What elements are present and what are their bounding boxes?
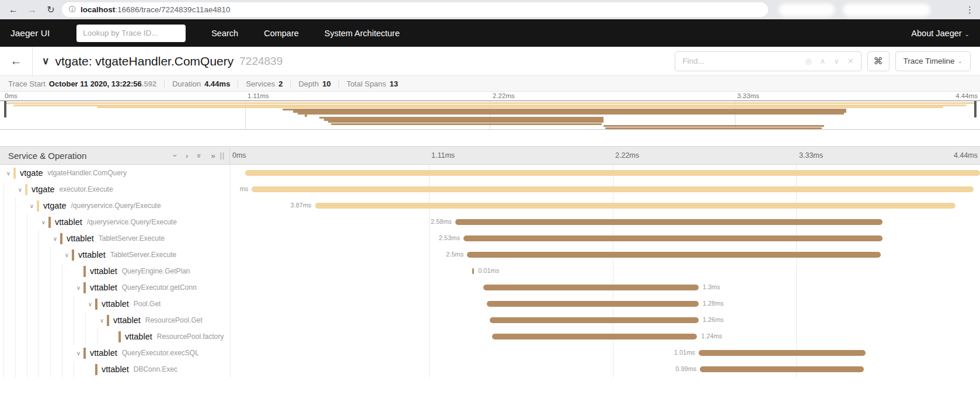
span-row[interactable]: ∨vtgatevtgateHandler.ComQuery <box>0 165 980 181</box>
span-row[interactable]: ∨vttabletTabletServer.Execute2.5ms <box>0 247 980 263</box>
indent-guide <box>27 230 39 247</box>
minimap-left-scrubber[interactable] <box>4 101 6 117</box>
indent-guide <box>4 361 15 377</box>
collapse-chevron-icon[interactable]: ∨ <box>4 170 13 176</box>
span-row[interactable]: ∨vttabletQueryExecutor.getConn1.3ms <box>0 279 980 296</box>
service-color-chip <box>83 266 86 277</box>
span-duration-bar[interactable] <box>252 186 973 192</box>
span-bar-cell[interactable]: 2.53ms <box>230 230 980 247</box>
expand-one-icon[interactable]: › <box>186 151 188 160</box>
span-duration-bar[interactable] <box>699 350 866 356</box>
find-input[interactable] <box>675 57 798 65</box>
collapse-chevron-icon[interactable]: ∨ <box>39 219 48 226</box>
collapse-header-icon[interactable]: ∨ <box>42 55 49 67</box>
browser-menu-icon[interactable]: ⋮ <box>965 5 974 15</box>
span-tree-cell[interactable]: ∨vtgatevtgateHandler.ComQuery <box>0 165 230 181</box>
span-row[interactable]: ∨vttabletQueryExecutor.execSQL1.01ms <box>0 345 980 361</box>
span-bar-cell[interactable]: 0.01ms <box>230 263 980 279</box>
nav-item-search[interactable]: Search <box>211 29 238 38</box>
span-duration-bar[interactable] <box>700 366 864 372</box>
span-row[interactable]: vttabletDBConn.Exec0.99ms <box>0 361 980 377</box>
find-next-icon[interactable]: ∨ <box>833 57 839 65</box>
operation-name: /queryservice.Query/Execute <box>71 202 161 210</box>
collapse-chevron-icon[interactable]: ∨ <box>74 350 83 356</box>
browser-forward-icon[interactable]: → <box>25 2 40 18</box>
collapse-chevron-icon[interactable]: ∨ <box>74 285 83 291</box>
span-row[interactable]: vttabletResourcePool.factory1.24ms <box>0 328 980 345</box>
collapse-chevron-icon[interactable]: ∨ <box>62 252 72 258</box>
indent-guide <box>50 279 62 296</box>
browser-back-icon[interactable]: ← <box>6 2 21 18</box>
span-duration-bar[interactable] <box>315 203 956 209</box>
span-tree-cell[interactable]: ∨vttabletTabletServer.Execute <box>0 230 230 247</box>
collapse-all-icon[interactable]: » <box>195 153 204 157</box>
collapse-chevron-icon[interactable]: ∨ <box>85 301 95 307</box>
nav-item-system-architecture[interactable]: System Architecture <box>325 29 400 38</box>
trace-view-selector[interactable]: Trace Timeline⌄ <box>895 51 971 71</box>
collapse-chevron-icon[interactable]: ∨ <box>50 235 60 242</box>
span-duration-bar[interactable] <box>467 252 881 258</box>
span-duration-bar[interactable] <box>472 268 474 274</box>
span-row[interactable]: ∨vttabletResourcePool.Get1.26ms <box>0 312 980 328</box>
indent-guide <box>62 328 74 345</box>
keyboard-shortcuts-button[interactable]: ⌘ <box>867 51 890 71</box>
span-bar-cell[interactable]: 2.5ms <box>230 247 980 263</box>
span-bar-cell[interactable]: 1.28ms <box>230 296 980 312</box>
span-duration-bar[interactable] <box>463 235 883 241</box>
span-tree-cell[interactable]: ∨vttabletResourcePool.Get <box>0 312 230 328</box>
minimap-right-scrubber[interactable] <box>974 101 976 117</box>
back-button[interactable]: ← <box>0 47 33 76</box>
span-tree-cell[interactable]: ∨vttabletQueryExecutor.execSQL <box>0 345 230 361</box>
span-tree-cell[interactable]: ∨vttabletPool.Get <box>0 296 230 312</box>
span-row[interactable]: ∨vtgateexecutor.Executems <box>0 181 980 198</box>
span-bar-cell[interactable]: 1.3ms <box>230 279 980 296</box>
site-info-icon[interactable]: ⓘ <box>69 5 76 15</box>
span-duration-bar[interactable] <box>483 285 699 290</box>
span-row[interactable]: ∨vttabletPool.Get1.28ms <box>0 296 980 312</box>
span-bar-cell[interactable]: ms <box>230 181 980 198</box>
span-duration-bar[interactable] <box>487 301 699 307</box>
collapse-chevron-icon[interactable]: ∨ <box>97 317 107 324</box>
span-row[interactable]: vttabletQueryEngine.GetPlan0.01ms <box>0 263 980 279</box>
span-tree-cell[interactable]: vttabletDBConn.Exec <box>0 361 230 377</box>
nav-item-compare[interactable]: Compare <box>264 29 299 38</box>
find-prev-icon[interactable]: ∧ <box>820 57 826 65</box>
span-bar-cell[interactable]: 1.26ms <box>230 312 980 328</box>
span-duration-bar[interactable] <box>492 334 697 339</box>
span-bar-cell[interactable]: 3.87ms <box>230 198 980 214</box>
trace-minimap[interactable] <box>0 101 980 130</box>
find-target-icon[interactable]: ◎ <box>805 57 811 65</box>
span-row[interactable]: ∨vttablet/queryservice.Query/Execute2.58… <box>0 214 980 230</box>
span-tree-cell[interactable]: ∨vttabletTabletServer.Execute <box>0 247 230 263</box>
span-bar-cell[interactable]: 1.01ms <box>230 345 980 361</box>
minimap-tick-labels: 0ms 1.11ms 2.22ms 3.33ms 4.44ms <box>0 92 980 101</box>
span-duration-bar[interactable] <box>490 317 699 323</box>
span-tree-cell[interactable]: vttabletResourcePool.factory <box>0 328 230 345</box>
collapse-chevron-icon[interactable]: ∨ <box>15 186 25 193</box>
expand-all-icon[interactable]: » <box>211 151 215 160</box>
span-duration-bar[interactable] <box>245 170 980 176</box>
span-bar-cell[interactable] <box>230 165 980 181</box>
span-row[interactable]: ∨vtgate/queryservice.Query/Execute3.87ms <box>0 198 980 214</box>
browser-reload-icon[interactable]: ↻ <box>43 2 58 18</box>
find-clear-icon[interactable]: ✕ <box>848 57 854 65</box>
span-row[interactable]: ∨vttabletTabletServer.Execute2.53ms <box>0 230 980 247</box>
address-bar[interactable]: ⓘ localhost:16686/trace/7224839c11ae4810 <box>62 2 768 17</box>
span-tree-cell[interactable]: ∨vttablet/queryservice.Query/Execute <box>0 214 230 230</box>
span-tree-cell[interactable]: ∨vtgate/queryservice.Query/Execute <box>0 198 230 214</box>
trace-id-lookup-input[interactable] <box>76 25 186 42</box>
span-tree-cell[interactable]: ∨vttabletQueryExecutor.getConn <box>0 279 230 296</box>
span-tree-cell[interactable]: vttabletQueryEngine.GetPlan <box>0 263 230 279</box>
span-tree-cell[interactable]: ∨vtgateexecutor.Execute <box>0 181 230 198</box>
about-jaeger-menu[interactable]: About Jaeger⌄ <box>911 29 969 38</box>
collapse-chevron-icon[interactable]: ∨ <box>27 203 37 209</box>
jaeger-brand[interactable]: Jaeger UI <box>11 28 50 39</box>
span-bar-cell[interactable]: 2.58ms <box>230 214 980 230</box>
span-duration-bar[interactable] <box>455 219 882 225</box>
indent-guide <box>39 312 50 328</box>
span-bar-cell[interactable]: 0.99ms <box>230 361 980 377</box>
collapse-one-icon[interactable]: › <box>170 154 179 157</box>
span-bar-cell[interactable]: 1.24ms <box>230 328 980 345</box>
column-resizer-grip[interactable]: || <box>220 151 225 160</box>
indent-guide <box>50 328 62 345</box>
